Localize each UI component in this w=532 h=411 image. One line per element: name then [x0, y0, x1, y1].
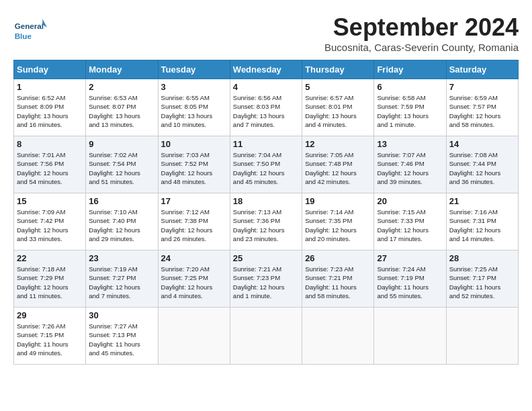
day-number: 29 — [17, 310, 83, 320]
calendar-day: 20Sunrise: 7:15 AM Sunset: 7:33 PM Dayli… — [374, 193, 446, 250]
calendar-day: 3Sunrise: 6:55 AM Sunset: 8:05 PM Daylig… — [158, 79, 230, 136]
day-number: 25 — [233, 253, 299, 263]
day-number: 12 — [305, 139, 371, 149]
calendar-day: 18Sunrise: 7:13 AM Sunset: 7:36 PM Dayli… — [230, 193, 302, 250]
day-number: 27 — [377, 253, 443, 263]
day-number: 24 — [161, 253, 227, 263]
day-info: Sunrise: 6:59 AM Sunset: 7:57 PM Dayligh… — [449, 93, 515, 129]
day-number: 17 — [161, 196, 227, 206]
calendar-day: 24Sunrise: 7:20 AM Sunset: 7:25 PM Dayli… — [158, 250, 230, 308]
day-info: Sunrise: 6:52 AM Sunset: 8:09 PM Dayligh… — [17, 93, 83, 129]
logo-icon: General Blue — [13, 13, 47, 47]
logo: General Blue — [13, 13, 50, 47]
day-info: Sunrise: 7:14 AM Sunset: 7:35 PM Dayligh… — [305, 208, 371, 243]
calendar-day: 10Sunrise: 7:03 AM Sunset: 7:52 PM Dayli… — [158, 136, 230, 193]
day-number: 4 — [233, 82, 299, 92]
day-number: 5 — [305, 82, 371, 92]
calendar-day: 29Sunrise: 7:26 AM Sunset: 7:15 PM Dayli… — [14, 308, 86, 365]
day-info: Sunrise: 7:13 AM Sunset: 7:36 PM Dayligh… — [233, 208, 299, 243]
day-info: Sunrise: 7:20 AM Sunset: 7:25 PM Dayligh… — [161, 265, 227, 300]
day-number: 8 — [17, 139, 83, 149]
day-info: Sunrise: 7:12 AM Sunset: 7:38 PM Dayligh… — [161, 208, 227, 243]
calendar-day — [374, 308, 446, 365]
calendar-body: 1Sunrise: 6:52 AM Sunset: 8:09 PM Daylig… — [14, 79, 519, 365]
location-subtitle: Bucosnita, Caras-Severin County, Romania — [324, 42, 519, 53]
calendar-day: 27Sunrise: 7:24 AM Sunset: 7:19 PM Dayli… — [374, 250, 446, 308]
day-info: Sunrise: 7:25 AM Sunset: 7:17 PM Dayligh… — [449, 265, 515, 300]
calendar-day: 21Sunrise: 7:16 AM Sunset: 7:31 PM Dayli… — [446, 193, 518, 250]
day-info: Sunrise: 7:10 AM Sunset: 7:40 PM Dayligh… — [89, 208, 154, 243]
day-number: 9 — [89, 139, 154, 149]
weekday-header-saturday: Saturday — [446, 60, 518, 79]
day-number: 14 — [449, 139, 515, 149]
day-info: Sunrise: 6:57 AM Sunset: 8:01 PM Dayligh… — [305, 93, 371, 129]
calendar-day: 2Sunrise: 6:53 AM Sunset: 8:07 PM Daylig… — [86, 79, 158, 136]
calendar-day: 19Sunrise: 7:14 AM Sunset: 7:35 PM Dayli… — [302, 193, 374, 250]
month-title: September 2024 — [324, 13, 519, 42]
title-block: September 2024 Bucosnita, Caras-Severin … — [324, 13, 519, 53]
svg-text:Blue: Blue — [15, 32, 32, 40]
calendar-day — [230, 308, 302, 365]
weekday-header-tuesday: Tuesday — [158, 60, 230, 79]
calendar-day: 8Sunrise: 7:01 AM Sunset: 7:56 PM Daylig… — [14, 136, 86, 193]
day-number: 15 — [17, 196, 83, 206]
day-info: Sunrise: 7:01 AM Sunset: 7:56 PM Dayligh… — [17, 150, 83, 186]
day-info: Sunrise: 6:53 AM Sunset: 8:07 PM Dayligh… — [89, 93, 154, 129]
day-info: Sunrise: 7:15 AM Sunset: 7:33 PM Dayligh… — [377, 208, 443, 243]
day-info: Sunrise: 7:05 AM Sunset: 7:48 PM Dayligh… — [305, 150, 371, 186]
calendar-day — [158, 308, 230, 365]
day-number: 20 — [377, 196, 443, 206]
calendar-day: 22Sunrise: 7:18 AM Sunset: 7:29 PM Dayli… — [14, 250, 86, 308]
calendar-day: 7Sunrise: 6:59 AM Sunset: 7:57 PM Daylig… — [446, 79, 518, 136]
calendar-week-1: 1Sunrise: 6:52 AM Sunset: 8:09 PM Daylig… — [14, 79, 519, 136]
weekday-header-thursday: Thursday — [302, 60, 374, 79]
day-info: Sunrise: 7:03 AM Sunset: 7:52 PM Dayligh… — [161, 150, 227, 186]
weekday-header-sunday: Sunday — [14, 60, 86, 79]
day-number: 13 — [377, 139, 443, 149]
day-number: 19 — [305, 196, 371, 206]
day-number: 7 — [449, 82, 515, 92]
calendar-day: 11Sunrise: 7:04 AM Sunset: 7:50 PM Dayli… — [230, 136, 302, 193]
day-info: Sunrise: 7:23 AM Sunset: 7:21 PM Dayligh… — [305, 265, 371, 300]
calendar-day: 6Sunrise: 6:58 AM Sunset: 7:59 PM Daylig… — [374, 79, 446, 136]
calendar-day — [446, 308, 518, 365]
day-info: Sunrise: 7:24 AM Sunset: 7:19 PM Dayligh… — [377, 265, 443, 300]
calendar-day: 17Sunrise: 7:12 AM Sunset: 7:38 PM Dayli… — [158, 193, 230, 250]
day-info: Sunrise: 7:16 AM Sunset: 7:31 PM Dayligh… — [449, 208, 515, 243]
day-info: Sunrise: 7:19 AM Sunset: 7:27 PM Dayligh… — [89, 265, 154, 300]
calendar-day: 15Sunrise: 7:09 AM Sunset: 7:42 PM Dayli… — [14, 193, 86, 250]
calendar-day: 4Sunrise: 6:56 AM Sunset: 8:03 PM Daylig… — [230, 79, 302, 136]
calendar-week-5: 29Sunrise: 7:26 AM Sunset: 7:15 PM Dayli… — [14, 308, 519, 365]
day-number: 23 — [89, 253, 154, 263]
calendar-day: 16Sunrise: 7:10 AM Sunset: 7:40 PM Dayli… — [86, 193, 158, 250]
day-number: 30 — [89, 310, 154, 320]
day-number: 3 — [161, 82, 227, 92]
day-number: 2 — [89, 82, 154, 92]
day-number: 16 — [89, 196, 154, 206]
calendar-day: 12Sunrise: 7:05 AM Sunset: 7:48 PM Dayli… — [302, 136, 374, 193]
calendar-week-2: 8Sunrise: 7:01 AM Sunset: 7:56 PM Daylig… — [14, 136, 519, 193]
calendar-day: 23Sunrise: 7:19 AM Sunset: 7:27 PM Dayli… — [86, 250, 158, 308]
day-info: Sunrise: 7:09 AM Sunset: 7:42 PM Dayligh… — [17, 208, 83, 243]
svg-text:General: General — [15, 21, 44, 30]
day-info: Sunrise: 7:21 AM Sunset: 7:23 PM Dayligh… — [233, 265, 299, 300]
day-info: Sunrise: 7:02 AM Sunset: 7:54 PM Dayligh… — [89, 150, 154, 186]
calendar-day: 14Sunrise: 7:08 AM Sunset: 7:44 PM Dayli… — [446, 136, 518, 193]
weekday-header-friday: Friday — [374, 60, 446, 79]
day-number: 10 — [161, 139, 227, 149]
day-info: Sunrise: 7:04 AM Sunset: 7:50 PM Dayligh… — [233, 150, 299, 186]
calendar-day: 1Sunrise: 6:52 AM Sunset: 8:09 PM Daylig… — [14, 79, 86, 136]
day-info: Sunrise: 7:18 AM Sunset: 7:29 PM Dayligh… — [17, 265, 83, 300]
calendar-day: 13Sunrise: 7:07 AM Sunset: 7:46 PM Dayli… — [374, 136, 446, 193]
weekday-header-monday: Monday — [86, 60, 158, 79]
day-info: Sunrise: 7:08 AM Sunset: 7:44 PM Dayligh… — [449, 150, 515, 186]
day-info: Sunrise: 6:58 AM Sunset: 7:59 PM Dayligh… — [377, 93, 443, 129]
calendar-week-4: 22Sunrise: 7:18 AM Sunset: 7:29 PM Dayli… — [14, 250, 519, 308]
weekday-header-row: SundayMondayTuesdayWednesdayThursdayFrid… — [14, 60, 519, 79]
weekday-header-wednesday: Wednesday — [230, 60, 302, 79]
day-number: 18 — [233, 196, 299, 206]
calendar-day: 28Sunrise: 7:25 AM Sunset: 7:17 PM Dayli… — [446, 250, 518, 308]
day-number: 11 — [233, 139, 299, 149]
day-number: 28 — [449, 253, 515, 263]
day-number: 6 — [377, 82, 443, 92]
